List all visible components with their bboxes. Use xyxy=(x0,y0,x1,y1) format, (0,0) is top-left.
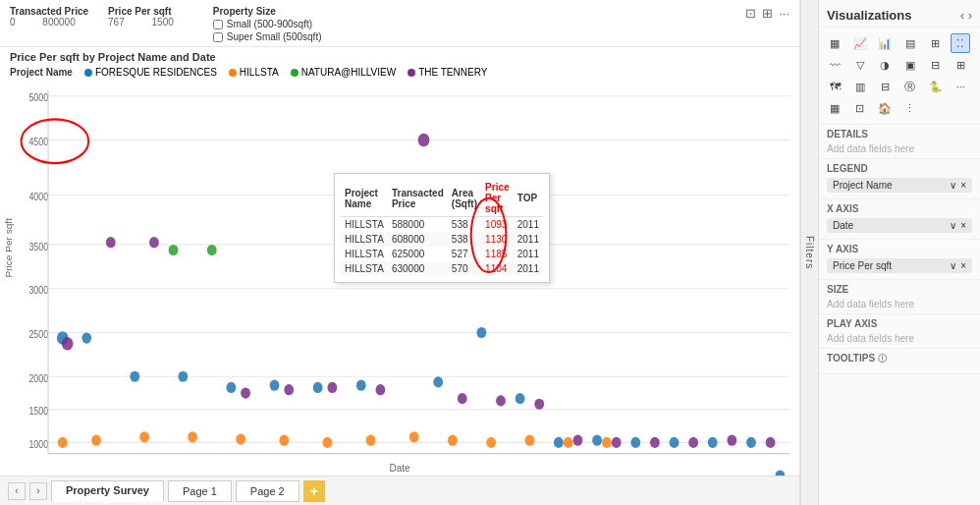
viz-icon-r[interactable]: Ⓡ xyxy=(900,77,920,96)
viz-icon-python[interactable]: 🐍 xyxy=(926,77,946,96)
legend-title: Legend xyxy=(827,163,972,174)
scatter-chart[interactable]: 5000 4500 4000 3500 3000 2500 2000 1500 … xyxy=(0,80,799,476)
yaxis-field-close[interactable]: × xyxy=(960,260,966,271)
tab-page1[interactable]: Page 1 xyxy=(168,480,232,502)
svg-point-39 xyxy=(775,470,785,476)
small-label: Small (500-900sqft) xyxy=(227,19,312,29)
viz-icon-bar[interactable]: ▦ xyxy=(825,33,844,53)
svg-point-41 xyxy=(91,435,101,446)
viz-icon-map[interactable]: 🗺 xyxy=(825,77,844,96)
xaxis-title: X Axis xyxy=(827,203,972,214)
svg-text:2500: 2500 xyxy=(28,328,48,340)
size-section: Size Add data fields here xyxy=(819,280,980,314)
svg-point-27 xyxy=(313,382,323,393)
panel-next-arrow[interactable]: › xyxy=(968,9,972,23)
svg-point-38 xyxy=(746,437,756,448)
details-title: Details xyxy=(827,129,972,140)
property-size-title: Property Size xyxy=(213,6,322,17)
viz-icon-treemap[interactable]: ▥ xyxy=(850,77,870,96)
tab-prev-btn[interactable]: ‹ xyxy=(8,482,26,500)
viz-icon-combo[interactable]: ⊞ xyxy=(926,33,946,53)
tab-property-survey[interactable]: Property Survey xyxy=(51,480,164,502)
viz-icon-kpi[interactable]: 🏠 xyxy=(875,98,895,118)
size-placeholder: Add data fields here xyxy=(827,299,972,309)
viz-icon-more[interactable]: ··· xyxy=(951,77,970,96)
size-title: Size xyxy=(827,284,972,295)
viz-icon-waterfall[interactable]: ⊟ xyxy=(875,77,895,96)
tooltip-header-project: Project Name xyxy=(341,180,388,217)
svg-point-56 xyxy=(62,337,74,350)
legend-label-hillsta: HILLSTA xyxy=(240,67,279,78)
tab-next-btn[interactable]: › xyxy=(29,482,47,500)
xaxis-field-pill: Date ∨ × xyxy=(827,218,972,233)
tooltips-title: Tooltips ⓘ xyxy=(827,353,972,365)
svg-point-46 xyxy=(323,437,333,448)
price-sqft-range: 767 1500 xyxy=(108,17,174,28)
expand-icon[interactable]: ⊞ xyxy=(762,6,773,21)
tab-page2[interactable]: Page 2 xyxy=(236,480,299,502)
super-small-checkbox[interactable]: Super Small (500sqft) xyxy=(213,31,322,42)
legend-label-natura: NATURA@HILLVIEW xyxy=(301,67,396,78)
small-checkbox[interactable]: Small (500-900sqft) xyxy=(213,19,322,29)
more-icon[interactable]: ··· xyxy=(779,6,789,21)
tooltip-row-3: HILLSTA62500052711852011 xyxy=(341,247,543,261)
legend-section: Legend Project Name ∨ × xyxy=(819,159,980,199)
panel-prev-arrow[interactable]: ‹ xyxy=(960,9,964,23)
tooltip-row-2: HILLSTA60800053811302011 xyxy=(341,232,543,247)
small-checkbox-input[interactable] xyxy=(213,20,223,29)
yaxis-field-chevron[interactable]: ∨ xyxy=(950,260,956,271)
yaxis-section: Y Axis Price Per sqft ∨ × xyxy=(819,240,980,280)
filters-side-tab[interactable]: Filters xyxy=(800,0,818,505)
svg-point-22 xyxy=(82,332,91,343)
xaxis-field-close[interactable]: × xyxy=(960,220,966,231)
playaxis-title: Play Axis xyxy=(827,318,972,329)
filter-icon[interactable]: ⊡ xyxy=(745,6,756,21)
svg-point-58 xyxy=(149,237,159,248)
viz-icons-grid: ▦ 📈 📊 ▤ ⊞ ⁚⁚ 〰 ▽ ◑ ▣ ⊟ ⊞ 🗺 ▥ ⊟ Ⓡ 🐍 ··· ▦… xyxy=(819,28,980,125)
legend-dot-hillsta xyxy=(229,69,237,77)
top-controls: Transacted Price 0 800000 Price Per sqft… xyxy=(0,0,799,47)
viz-icon-pie[interactable]: 〰 xyxy=(825,55,844,75)
super-small-checkbox-input[interactable] xyxy=(213,32,223,42)
tooltip-table: Project Name Transacted Price Area (Sqft… xyxy=(341,180,543,276)
svg-point-61 xyxy=(327,382,337,393)
chart-toolbar: ⊡ ⊞ ··· xyxy=(745,6,789,21)
tooltip-header-price: Transacted Price xyxy=(388,180,448,217)
viz-icon-area[interactable]: 📊 xyxy=(875,33,895,53)
svg-point-50 xyxy=(486,437,496,448)
viz-icon-stacked[interactable]: ▤ xyxy=(900,33,920,53)
svg-point-68 xyxy=(612,437,622,448)
viz-icon-gauge[interactable]: ◑ xyxy=(875,55,895,75)
legend-label-tennery: THE TENNERY xyxy=(418,67,487,78)
tooltip-header-top: TOP xyxy=(514,180,543,217)
visualizations-panel: Visualizations ‹ › ▦ 📈 📊 ▤ ⊞ ⁚⁚ 〰 ▽ ◑ ▣ … xyxy=(818,0,980,505)
viz-icon-matrix[interactable]: ⊞ xyxy=(951,55,970,75)
viz-icon-funnel[interactable]: ▽ xyxy=(850,55,870,75)
svg-point-70 xyxy=(688,437,698,448)
viz-icon-line[interactable]: 📈 xyxy=(850,33,870,53)
tooltips-info-icon: ⓘ xyxy=(878,354,887,364)
svg-text:5000: 5000 xyxy=(28,92,48,104)
svg-point-59 xyxy=(241,387,250,398)
details-placeholder: Add data fields here xyxy=(827,143,972,154)
tab-add-btn[interactable]: + xyxy=(303,480,325,502)
legend-field-chevron[interactable]: ∨ xyxy=(950,180,956,191)
svg-point-53 xyxy=(602,437,612,448)
xaxis-field-chevron[interactable]: ∨ xyxy=(950,220,956,231)
svg-point-28 xyxy=(356,380,366,391)
viz-icon-filter[interactable]: ⊡ xyxy=(850,98,870,118)
svg-point-65 xyxy=(496,395,506,406)
svg-point-30 xyxy=(433,376,443,387)
tooltip-header-area: Area (Sqft) xyxy=(448,180,481,217)
legend-field-close[interactable]: × xyxy=(960,180,966,191)
viz-icon-table[interactable]: ⊟ xyxy=(926,55,946,75)
viz-icon-scatter[interactable]: ⁚⁚ xyxy=(951,33,970,53)
xaxis-field-label: Date xyxy=(833,220,853,231)
viz-icon-vert-dots[interactable]: ⋮ xyxy=(900,98,920,118)
main-area: Transacted Price 0 800000 Price Per sqft… xyxy=(0,0,980,505)
svg-point-34 xyxy=(592,435,602,446)
viz-icon-slicer[interactable]: ▦ xyxy=(825,98,844,118)
legend-item-hillsta: HILLSTA xyxy=(229,67,279,78)
svg-point-26 xyxy=(270,380,280,391)
viz-icon-card[interactable]: ▣ xyxy=(900,55,920,75)
